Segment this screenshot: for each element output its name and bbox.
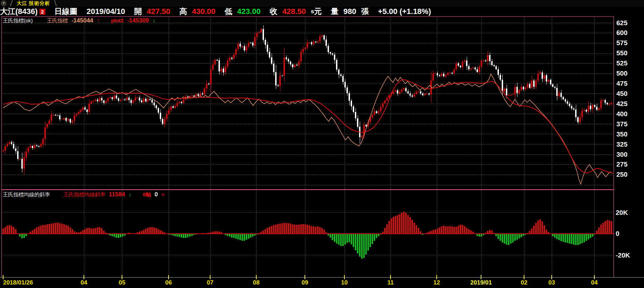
slope-histogram-canvas[interactable] — [1, 190, 614, 277]
time-tick-label: 2019/01 — [467, 279, 495, 286]
time-tick — [84, 275, 84, 279]
price-unit: 元 — [314, 6, 322, 17]
low-label: 低 — [224, 6, 232, 17]
change-value: +5.00 (+1.18%) — [378, 7, 431, 16]
time-tick — [168, 275, 169, 279]
price-tick-label: 350 — [616, 131, 628, 138]
dropdown-arrow-icon[interactable]: ▼ — [1, 1, 6, 6]
price-flag: s — [311, 8, 314, 15]
time-tick-label: 04 — [580, 279, 608, 286]
technical-analysis-window: ▼ 大江 技術分析 大江(8436) 2 日線圖 2019/04/10 開 42… — [0, 0, 644, 288]
price-tick-label: 600 — [616, 29, 628, 36]
slope-series-label: 王氏指標均線斜率 — [63, 191, 105, 197]
time-tick-label: 11 — [377, 279, 405, 286]
time-tick — [390, 275, 391, 279]
price-tick-label: 450 — [616, 90, 628, 97]
price-tick-label: 625 — [616, 20, 628, 27]
price-tick-label: 300 — [616, 151, 628, 158]
candlestick-chart-canvas[interactable] — [1, 16, 614, 190]
open-value: 427.50 — [147, 7, 170, 16]
chart-type: 日線圖 — [55, 6, 78, 17]
time-tick-label: 04 — [70, 279, 98, 286]
histogram-tick-label: 20K — [616, 209, 628, 216]
tab-stock-analysis[interactable]: 大江 技術分析 — [10, 0, 56, 6]
upper-panel-legend: 王氏指標(ok) 王氏指標 -145044 ↑ plot2 -145309 ↓ — [3, 17, 158, 24]
time-axis-line — [0, 277, 644, 278]
series2-label: plot2 — [111, 17, 123, 23]
time-tick — [3, 275, 3, 279]
time-tick — [524, 275, 524, 279]
close-label: 收 — [270, 6, 278, 17]
time-tick — [122, 275, 122, 279]
time-tick — [551, 275, 552, 279]
time-tick — [256, 275, 257, 279]
low-value: 423.00 — [237, 7, 260, 16]
time-tick-label: 2018/01/26 — [3, 279, 33, 286]
time-tick — [210, 275, 210, 279]
volume-label: 量 — [331, 6, 338, 17]
slope-value: 11584 — [109, 191, 125, 198]
stock-name: 大江(8436) — [0, 6, 38, 17]
price-tick-label: 400 — [616, 111, 628, 118]
price-tick-label: 500 — [616, 70, 628, 77]
series1-label: 王氏指標 — [47, 17, 68, 23]
price-tick-label: 525 — [616, 60, 628, 67]
slope-down-arrow-icon: ↓ — [129, 191, 132, 198]
histogram-tick-label: 0 — [616, 230, 620, 237]
time-tick-label: 07 — [196, 279, 224, 286]
zero-axis-suffix: = — [162, 191, 165, 197]
high-label: 高 — [179, 6, 187, 17]
indicator-title: 王氏指標(ok) — [3, 17, 33, 23]
volume-value: 980 — [343, 7, 356, 16]
zero-axis-label: 0軸 — [143, 191, 151, 197]
time-tick-label: 02 — [510, 279, 538, 286]
tab-label: 大江 技術分析 — [17, 0, 50, 6]
time-tick-label: 06 — [155, 279, 183, 286]
time-tick-label: 09 — [291, 279, 319, 286]
time-tick — [344, 275, 345, 279]
time-tick — [594, 275, 595, 279]
price-tick-label: 275 — [616, 161, 628, 168]
time-tick-label: 05 — [108, 279, 136, 286]
time-tick — [305, 275, 305, 279]
down-arrow-icon: ↓ — [152, 17, 156, 24]
series1-value: -145044 — [71, 17, 93, 24]
quote-date: 2019/04/10 — [87, 7, 125, 16]
time-tick-label: 10 — [330, 279, 358, 286]
up-arrow-icon: ↑ — [97, 17, 100, 24]
high-value: 430.00 — [192, 7, 215, 16]
time-tick-label: 03 — [538, 279, 566, 286]
time-tick — [481, 275, 481, 279]
price-tick-label: 325 — [616, 141, 628, 148]
stock-badge[interactable]: 2 — [40, 9, 45, 15]
price-tick-label: 375 — [616, 121, 628, 128]
series2-value: -145309 — [127, 17, 149, 24]
price-tick-label: 475 — [616, 80, 628, 87]
time-tick — [436, 275, 437, 279]
volume-unit: 張 — [361, 6, 369, 17]
price-tick-label: 250 — [616, 171, 628, 178]
lower-panel-legend: 王氏指標均線的斜率 王氏指標均線斜率 11584 ↓ 0軸 0 = — [3, 191, 166, 198]
close-value: 428.50 — [282, 7, 306, 16]
price-tick-label: 425 — [616, 100, 628, 107]
histogram-tick-label: -20K — [616, 252, 630, 259]
price-tick-label: 550 — [616, 50, 628, 57]
time-tick-label: 12 — [423, 279, 451, 286]
time-tick-label: 08 — [242, 279, 270, 286]
tab-bar: ▼ 大江 技術分析 — [0, 0, 644, 7]
quote-header: 大江(8436) 2 日線圖 2019/04/10 開 427.50 高 430… — [0, 7, 644, 16]
zero-axis-value: 0 — [155, 191, 158, 198]
price-tick-label: 575 — [616, 40, 628, 47]
slope-title: 王氏指標均線的斜率 — [3, 191, 50, 197]
open-label: 開 — [134, 6, 142, 17]
